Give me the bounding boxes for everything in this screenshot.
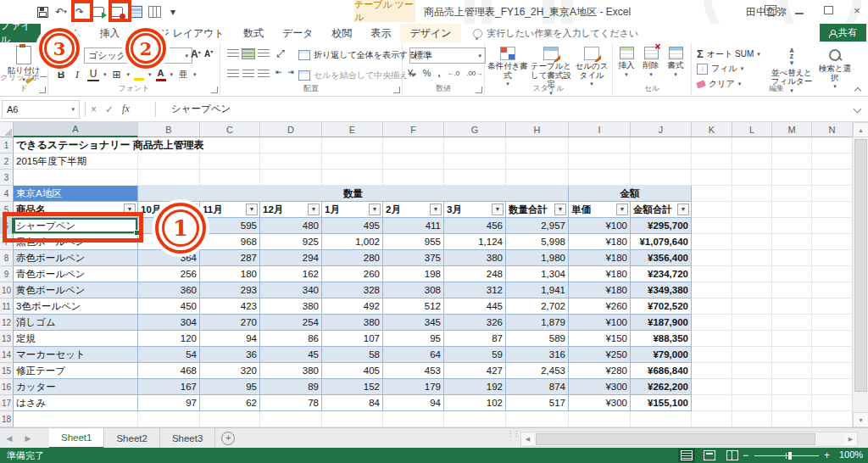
align-left-icon[interactable] — [227, 70, 239, 79]
cell-D12[interactable]: 254 — [260, 315, 322, 331]
sheet-tab-sheet2[interactable]: Sheet2 — [104, 428, 159, 449]
cell-I15[interactable]: ¥280 — [569, 363, 631, 379]
orientation-icon[interactable]: ⤢ — [275, 47, 287, 59]
cell-B8[interactable]: 364 — [138, 250, 200, 266]
expand-formula-bar-icon[interactable] — [853, 105, 861, 114]
cell-J13[interactable]: ¥88,350 — [631, 331, 692, 347]
tab-file[interactable]: ファイル — [0, 24, 41, 42]
cell-M4[interactable] — [772, 186, 812, 202]
cell-F1[interactable] — [383, 137, 444, 153]
cell-A1[interactable]: できるステーショナリー 商品売上管理表 — [14, 137, 138, 153]
row-header-3[interactable]: 3 — [0, 170, 14, 186]
delete-cells-button[interactable]: 削除▾ — [639, 47, 663, 79]
normal-view-icon[interactable] — [678, 449, 695, 462]
cell-I6[interactable]: ¥100 — [569, 218, 631, 234]
cell-K3[interactable] — [692, 170, 732, 186]
cell-F3[interactable] — [383, 170, 444, 186]
cell-J14[interactable]: ¥79,000 — [631, 347, 692, 363]
row-header-16[interactable]: 16 — [0, 379, 14, 395]
page-layout-view-icon[interactable] — [701, 449, 718, 462]
cell-G17[interactable]: 102 — [444, 395, 506, 411]
name-box-dropdown-icon[interactable]: ▾ — [71, 106, 75, 113]
cell-A4[interactable]: 東京A地区 — [14, 186, 138, 202]
cell-K13[interactable] — [692, 331, 732, 347]
cell-H18[interactable] — [506, 411, 569, 427]
cell-L4[interactable] — [732, 186, 772, 202]
cell-G1[interactable] — [444, 137, 506, 153]
row-header-13[interactable]: 13 — [0, 331, 14, 347]
cell-D1[interactable] — [260, 137, 322, 153]
cell-D10[interactable]: 340 — [260, 282, 322, 298]
cell-I1[interactable] — [569, 137, 631, 153]
column-header-H[interactable]: H — [506, 122, 569, 137]
cell-L17[interactable] — [732, 395, 772, 411]
cell-H17[interactable]: 517 — [506, 395, 569, 411]
cell-D18[interactable] — [260, 411, 322, 427]
run-macro-icon[interactable] — [92, 5, 105, 19]
cell-B10[interactable]: 360 — [138, 282, 200, 298]
tab-review[interactable]: 校閲 — [322, 24, 361, 42]
collapse-ribbon-icon[interactable] — [854, 86, 861, 92]
wrap-text-button[interactable]: 折り返して全体を表示する — [298, 49, 416, 61]
cell-H11[interactable]: 2,702 — [506, 298, 569, 315]
cell-L11[interactable] — [732, 298, 772, 315]
cell-I16[interactable]: ¥300 — [569, 379, 631, 395]
filter-dropdown-icon[interactable]: ▼ — [308, 204, 320, 215]
cell-I8[interactable]: ¥180 — [569, 250, 631, 266]
cell-B15[interactable]: 468 — [138, 363, 200, 379]
filter-dropdown-icon[interactable]: ▼ — [430, 204, 442, 215]
cell-K9[interactable] — [692, 266, 732, 282]
cell-H1[interactable] — [506, 137, 569, 153]
vertical-scroll-thumb[interactable] — [854, 139, 867, 392]
row-header-4[interactable]: 4 — [0, 186, 14, 202]
new-sheet-button[interactable]: + — [215, 428, 241, 449]
cell-J3[interactable] — [631, 170, 692, 186]
horizontal-scroll-thumb[interactable] — [536, 433, 815, 445]
cell-D17[interactable]: 78 — [260, 395, 322, 411]
cell-L2[interactable] — [732, 153, 772, 170]
cell-K15[interactable] — [692, 363, 732, 379]
cell-A10[interactable]: 黄色ボールペン — [14, 282, 138, 298]
table-header-4[interactable]: 1月▼ — [322, 202, 383, 218]
cell-N14[interactable] — [812, 347, 853, 363]
cell-I9[interactable]: ¥180 — [569, 266, 631, 282]
table-header-2[interactable]: 11月▼ — [200, 202, 260, 218]
cell-E12[interactable]: 380 — [322, 315, 383, 331]
cell-I3[interactable] — [569, 170, 631, 186]
customize-qat-dropdown-icon[interactable]: ▾ — [166, 5, 180, 19]
cell-H9[interactable]: 1,304 — [506, 266, 569, 282]
cell-N3[interactable] — [812, 170, 853, 186]
cell-G14[interactable]: 59 — [444, 347, 506, 363]
cell-L9[interactable] — [732, 266, 772, 282]
decrease-indent-icon[interactable]: ⇤ — [273, 68, 285, 76]
cell-C2[interactable] — [200, 153, 260, 170]
cell-E2[interactable] — [322, 153, 383, 170]
cell-M11[interactable] — [772, 298, 812, 315]
row-header-10[interactable]: 10 — [0, 282, 14, 298]
cell-F17[interactable]: 94 — [383, 395, 444, 411]
cell-D16[interactable]: 89 — [260, 379, 322, 395]
fill-button[interactable]: ↓ フィル▾ — [697, 63, 743, 75]
row-header-17[interactable]: 17 — [0, 395, 14, 411]
cell-C16[interactable]: 95 — [200, 379, 260, 395]
cell-B16[interactable]: 167 — [138, 379, 200, 395]
cell-F11[interactable]: 512 — [383, 298, 444, 315]
tab-data[interactable]: データ — [273, 24, 323, 42]
cell-L5[interactable] — [732, 202, 772, 218]
cell-E15[interactable]: 405 — [322, 363, 383, 379]
cell-F18[interactable] — [383, 411, 444, 427]
cell-B17[interactable]: 97 — [138, 395, 200, 411]
tab-design[interactable]: デザイン — [400, 24, 460, 42]
cell-E18[interactable] — [322, 411, 383, 427]
cell-M18[interactable] — [772, 411, 812, 427]
filter-dropdown-icon[interactable]: ▼ — [677, 204, 689, 215]
horizontal-scrollbar[interactable]: ◀ ▶ — [520, 432, 858, 447]
cell-K16[interactable] — [692, 379, 732, 395]
cell-I13[interactable]: ¥150 — [569, 331, 631, 347]
cell-H2[interactable] — [506, 153, 569, 170]
cell-E3[interactable] — [322, 170, 383, 186]
cell-G7[interactable]: 1,124 — [444, 234, 506, 250]
cell-C14[interactable]: 36 — [200, 347, 260, 363]
cell-K2[interactable] — [692, 153, 732, 170]
cell-G11[interactable]: 445 — [444, 298, 506, 315]
